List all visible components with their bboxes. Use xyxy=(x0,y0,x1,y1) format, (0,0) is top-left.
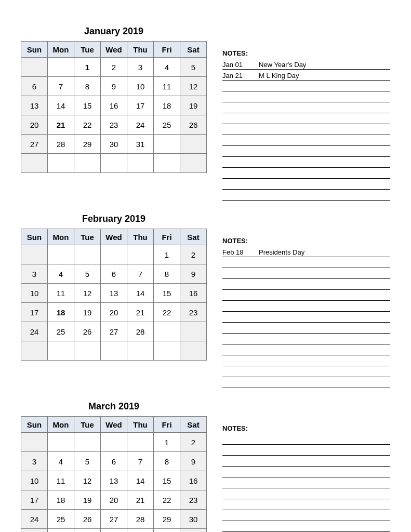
calendar-day: 15 xyxy=(154,471,180,490)
calendar-day: 18 xyxy=(48,490,74,510)
calendar-day: 13 xyxy=(21,96,48,115)
calendar-day: 8 xyxy=(74,77,101,96)
month-block: January 2019SunMonTueWedThuFriSat1234567… xyxy=(21,26,390,201)
calendar-day: 23 xyxy=(180,303,207,322)
month-title: January 2019 xyxy=(21,26,207,37)
calendar-day: 8 xyxy=(154,264,180,284)
calendar-day: 22 xyxy=(154,490,180,510)
calendar-day xyxy=(127,433,154,452)
note-line xyxy=(222,91,390,102)
calendar-day xyxy=(154,322,180,341)
calendar-day: 21 xyxy=(127,490,154,510)
calendar-day xyxy=(48,433,74,452)
calendar-day: 29 xyxy=(74,135,101,154)
calendar-day xyxy=(101,433,127,452)
calendar-day: 1 xyxy=(154,433,180,452)
calendar-day: 24 xyxy=(21,510,48,529)
note-date: Feb 18 xyxy=(222,248,259,256)
calendar-day: 27 xyxy=(101,322,127,341)
calendar-day: 13 xyxy=(101,471,127,490)
day-header: Mon xyxy=(48,417,74,433)
note-text: New Year's Day xyxy=(259,61,306,69)
calendar-column: March 2019SunMonTueWedThuFriSat123456789… xyxy=(21,401,207,532)
note-line: Jan 01New Year's Day xyxy=(222,59,390,70)
calendar-day: 28 xyxy=(48,135,74,154)
calendar-day: 20 xyxy=(21,115,48,135)
calendar-day: 24 xyxy=(21,322,48,341)
day-header: Fri xyxy=(154,417,180,433)
day-header: Fri xyxy=(154,229,180,245)
calendar-day: 23 xyxy=(101,115,127,135)
calendar-day: 11 xyxy=(48,284,74,303)
note-date: Jan 01 xyxy=(222,61,259,69)
calendar-day: 18 xyxy=(48,303,74,322)
calendar-day xyxy=(180,322,207,341)
calendar-day xyxy=(101,245,127,264)
calendar-day: 19 xyxy=(180,96,207,115)
calendar-day: 7 xyxy=(127,452,154,471)
calendar-day: 6 xyxy=(21,77,48,96)
calendar-day xyxy=(180,341,207,361)
calendar-day xyxy=(154,135,180,154)
calendar-day xyxy=(154,529,180,533)
calendar-day: 7 xyxy=(127,264,154,284)
calendar-day: 12 xyxy=(74,471,101,490)
note-line xyxy=(222,334,390,344)
calendar-day: 14 xyxy=(48,96,74,115)
day-header: Tue xyxy=(74,417,101,433)
note-line xyxy=(222,301,390,312)
calendar-day xyxy=(101,154,127,173)
day-header: Wed xyxy=(101,42,127,58)
calendar-day xyxy=(21,58,48,77)
calendar-day: 17 xyxy=(21,303,48,322)
day-header: Sat xyxy=(180,417,207,433)
note-line xyxy=(222,323,390,334)
calendar-day xyxy=(101,529,127,533)
note-line xyxy=(222,279,390,290)
calendar-day xyxy=(74,154,101,173)
calendar-day: 25 xyxy=(48,510,74,529)
note-line xyxy=(222,355,390,366)
calendar-day: 30 xyxy=(180,510,207,529)
note-line xyxy=(222,157,390,168)
calendar-day: 5 xyxy=(74,264,101,284)
calendar-day: 4 xyxy=(48,264,74,284)
note-text: Presidents Day xyxy=(259,248,304,256)
note-line xyxy=(222,344,390,355)
note-line xyxy=(222,124,390,135)
calendar-day: 15 xyxy=(74,96,101,115)
day-header: Mon xyxy=(48,42,74,58)
calendar-day: 9 xyxy=(180,264,207,284)
calendar-day: 29 xyxy=(154,510,180,529)
note-line xyxy=(222,81,390,91)
note-line xyxy=(222,290,390,301)
note-line xyxy=(222,477,390,488)
day-header: Sat xyxy=(180,42,207,58)
calendar-day: 28 xyxy=(127,322,154,341)
calendar-day: 27 xyxy=(101,510,127,529)
calendar-day: 11 xyxy=(154,77,180,96)
calendar-day: 7 xyxy=(48,77,74,96)
calendar-day xyxy=(154,154,180,173)
calendar-day: 14 xyxy=(127,471,154,490)
note-line xyxy=(222,521,390,532)
calendar-day: 17 xyxy=(21,490,48,510)
calendar-day xyxy=(48,245,74,264)
day-header: Sat xyxy=(180,229,207,245)
day-header: Tue xyxy=(74,229,101,245)
calendar-day: 14 xyxy=(127,284,154,303)
calendar-day xyxy=(21,245,48,264)
calendar-column: February 2019SunMonTueWedThuFriSat123456… xyxy=(21,214,207,388)
calendar-day: 9 xyxy=(101,77,127,96)
calendar-day: 12 xyxy=(74,284,101,303)
month-title: March 2019 xyxy=(21,401,207,412)
day-header: Thu xyxy=(127,417,154,433)
note-line xyxy=(222,257,390,268)
calendar-day xyxy=(21,154,48,173)
calendar-day: 28 xyxy=(127,510,154,529)
calendar-day xyxy=(48,529,74,533)
note-line xyxy=(222,456,390,467)
calendar-day xyxy=(127,529,154,533)
calendar-day: 10 xyxy=(21,471,48,490)
notes-label: NOTES: xyxy=(222,237,390,245)
